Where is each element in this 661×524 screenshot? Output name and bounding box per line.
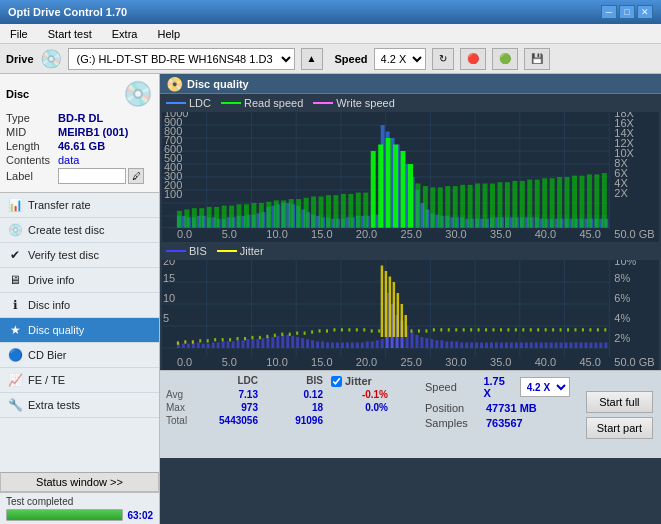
avg-ldc: 7.13 — [201, 389, 266, 400]
svg-rect-144 — [222, 206, 227, 228]
jitter-checkbox[interactable] — [331, 376, 342, 387]
svg-rect-254 — [291, 336, 294, 348]
sidebar-item-disc-quality[interactable]: ★ Disc quality — [0, 318, 159, 343]
svg-rect-263 — [336, 343, 339, 349]
svg-rect-371 — [545, 328, 547, 331]
svg-rect-299 — [515, 343, 518, 349]
type-label: Type — [6, 112, 58, 124]
read-legend-label: Read speed — [244, 97, 303, 109]
svg-rect-338 — [385, 271, 387, 337]
sidebar-item-disc-info[interactable]: ℹ Disc info — [0, 293, 159, 318]
svg-rect-143 — [214, 207, 219, 228]
max-bis: 18 — [266, 402, 331, 413]
drive-label: Drive — [6, 53, 34, 65]
svg-rect-177 — [468, 185, 473, 228]
svg-text:15.0: 15.0 — [311, 356, 332, 368]
svg-rect-247 — [256, 339, 259, 348]
svg-rect-314 — [589, 343, 592, 349]
svg-rect-325 — [229, 338, 231, 341]
nav-label-drive-info: Drive info — [28, 274, 74, 286]
svg-rect-250 — [271, 337, 274, 348]
svg-rect-290 — [470, 343, 473, 349]
title-bar: Opti Drive Control 1.70 ─ □ ✕ — [0, 0, 661, 24]
drive-action-btn1[interactable]: 🔴 — [460, 48, 486, 70]
svg-rect-159 — [333, 195, 338, 228]
progress-bar-fill — [7, 510, 122, 520]
svg-rect-243 — [237, 340, 240, 348]
disc-label-btn[interactable]: 🖊 — [128, 168, 144, 184]
svg-rect-335 — [304, 332, 306, 335]
sidebar-item-verify-test-disc[interactable]: ✔ Verify test disc — [0, 243, 159, 268]
svg-rect-187 — [542, 178, 547, 227]
sidebar-item-fe-te[interactable]: 📈 FE / TE — [0, 368, 159, 393]
sidebar-item-extra-tests[interactable]: 🔧 Extra tests — [0, 393, 159, 418]
sidebar-item-cd-bier[interactable]: 🔵 CD Bier — [0, 343, 159, 368]
svg-rect-245 — [246, 339, 249, 348]
svg-rect-165 — [378, 145, 383, 228]
svg-rect-318 — [177, 341, 179, 344]
minimize-button[interactable]: ─ — [601, 5, 617, 19]
svg-text:5.0: 5.0 — [222, 228, 237, 240]
svg-rect-370 — [537, 328, 539, 331]
svg-rect-239 — [217, 343, 220, 349]
svg-rect-311 — [575, 343, 578, 349]
svg-rect-284 — [440, 340, 443, 348]
svg-rect-179 — [483, 184, 488, 228]
svg-rect-309 — [565, 343, 568, 349]
sidebar-item-create-test-disc[interactable]: 💿 Create test disc — [0, 218, 159, 243]
svg-rect-196 — [162, 260, 659, 370]
speed-refresh-button[interactable]: ↻ — [432, 48, 454, 70]
svg-rect-168 — [401, 151, 406, 228]
svg-rect-261 — [326, 343, 329, 349]
svg-rect-304 — [540, 343, 543, 349]
drive-eject-button[interactable]: ▲ — [301, 48, 323, 70]
svg-rect-340 — [393, 282, 395, 337]
speed-label: Speed — [335, 53, 368, 65]
menu-help[interactable]: Help — [151, 26, 186, 42]
progress-value: 63:02 — [127, 510, 153, 521]
menu-file[interactable]: File — [4, 26, 34, 42]
svg-rect-264 — [341, 343, 344, 349]
svg-rect-345 — [326, 329, 328, 332]
svg-rect-359 — [455, 328, 457, 331]
drive-bar: Drive 💿 (G:) HL-DT-ST BD-RE WH16NS48 1.D… — [0, 44, 661, 74]
maximize-button[interactable]: □ — [619, 5, 635, 19]
svg-rect-267 — [356, 343, 359, 349]
svg-rect-169 — [408, 164, 413, 228]
write-legend-label: Write speed — [336, 97, 395, 109]
svg-rect-365 — [500, 328, 502, 331]
contents-label: Contents — [6, 154, 58, 166]
samples-key: Samples — [425, 417, 480, 429]
svg-rect-235 — [197, 343, 200, 349]
status-text: Test completed — [6, 496, 153, 507]
stats-jitter-header: Jitter — [331, 375, 411, 387]
svg-rect-244 — [242, 340, 245, 348]
drive-select[interactable]: (G:) HL-DT-ST BD-RE WH16NS48 1.D3 — [68, 48, 295, 70]
svg-rect-156 — [311, 197, 316, 228]
speed-dropdown[interactable]: 4.2 X — [520, 377, 570, 397]
menu-start-test[interactable]: Start test — [42, 26, 98, 42]
disc-label-input[interactable] — [58, 168, 126, 184]
sidebar-item-transfer-rate[interactable]: 📊 Transfer rate — [0, 193, 159, 218]
avg-jitter: -0.1% — [331, 389, 396, 400]
svg-rect-183 — [512, 181, 517, 228]
drive-action-btn2[interactable]: 🟢 — [492, 48, 518, 70]
svg-rect-289 — [465, 343, 468, 349]
speed-select[interactable]: 4.2 X — [374, 48, 426, 70]
status-window-button[interactable]: Status window >> — [0, 472, 159, 492]
start-full-button[interactable]: Start full — [586, 391, 653, 413]
svg-rect-238 — [212, 343, 215, 349]
close-button[interactable]: ✕ — [637, 5, 653, 19]
chart-header: 📀 Disc quality — [160, 74, 661, 94]
svg-text:10.0: 10.0 — [266, 356, 287, 368]
sidebar-item-drive-info[interactable]: 🖥 Drive info — [0, 268, 159, 293]
avg-label: Avg — [166, 389, 201, 400]
svg-text:0.0: 0.0 — [177, 228, 192, 240]
svg-rect-286 — [450, 341, 453, 348]
menu-extra[interactable]: Extra — [106, 26, 144, 42]
drive-action-btn3[interactable]: 💾 — [524, 48, 550, 70]
start-part-button[interactable]: Start part — [586, 417, 653, 439]
disc-info-icon: ℹ — [8, 298, 22, 312]
svg-rect-149 — [259, 203, 264, 228]
drive-icon: 💿 — [40, 48, 62, 70]
